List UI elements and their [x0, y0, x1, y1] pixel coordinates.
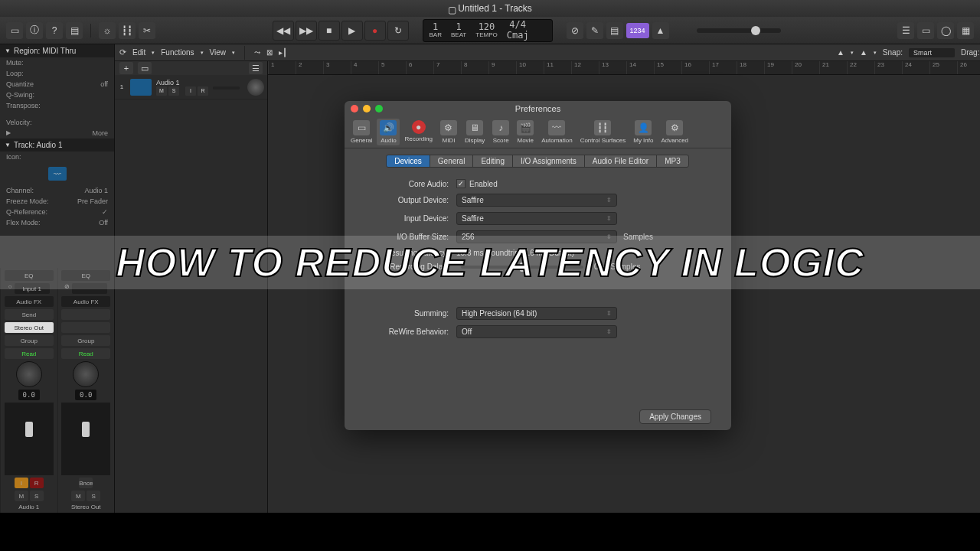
- tuner-icon[interactable]: ✎: [586, 22, 603, 39]
- snap-select[interactable]: Smart: [909, 48, 955, 57]
- notes-icon[interactable]: ▭: [917, 22, 934, 39]
- record-enable-button[interactable]: R: [198, 86, 208, 96]
- track-icon[interactable]: 〰: [48, 167, 67, 181]
- group-slot[interactable]: Group: [5, 335, 54, 346]
- library-icon[interactable]: ▭: [6, 22, 23, 39]
- region-inspector-header[interactable]: ▼Region: MIDI Thru: [0, 44, 114, 57]
- group-slot[interactable]: Group: [61, 335, 110, 346]
- prefs-icon-general[interactable]: ▭General: [348, 119, 375, 145]
- prefs-icon-my-info[interactable]: 👤My Info: [630, 119, 656, 145]
- core-audio-checkbox[interactable]: ✓: [456, 179, 466, 188]
- inspector-icon[interactable]: ⓘ: [26, 22, 43, 39]
- settings-icon[interactable]: ☼: [99, 22, 116, 39]
- cycle-button[interactable]: ↻: [387, 21, 409, 41]
- prefs-icon-advanced[interactable]: ⚙Advanced: [658, 119, 691, 145]
- flex-icon[interactable]: ⊠: [266, 48, 273, 57]
- db-display[interactable]: 0.0: [18, 390, 40, 400]
- audiofx-slot[interactable]: Audio FX: [5, 296, 54, 307]
- track-pan-knob[interactable]: [247, 79, 264, 96]
- loops-icon[interactable]: ◯: [937, 22, 954, 39]
- mute-button[interactable]: M: [15, 491, 28, 501]
- prefs-icon-audio[interactable]: 🔊Audio: [377, 119, 400, 145]
- browser-icon[interactable]: ▦: [957, 22, 974, 39]
- lcd-display[interactable]: 1BAR 1BEAT 120TEMPO 4/4Cmaj: [423, 19, 553, 42]
- record-enable-button[interactable]: R: [30, 478, 44, 488]
- global-tracks-button[interactable]: ☰: [249, 62, 263, 74]
- ruler-tick: 16: [681, 61, 709, 74]
- summing-select[interactable]: High Precision (64 bit)⇳: [456, 307, 617, 320]
- toolbar-icon[interactable]: ▤: [66, 22, 83, 39]
- zoom-icon[interactable]: [375, 105, 383, 112]
- stop-button[interactable]: ■: [318, 21, 340, 41]
- catch-icon[interactable]: ▸┃: [279, 48, 287, 57]
- prefs-tab-i-o-assignments[interactable]: I/O Assignments: [512, 155, 585, 168]
- fader[interactable]: [61, 403, 110, 475]
- track-inspector-header[interactable]: ▼Track: Audio 1: [0, 139, 114, 152]
- pointer-tool-icon[interactable]: ▲: [837, 48, 844, 57]
- prefs-tab-mp-[interactable]: MP3: [656, 155, 689, 168]
- send-slot[interactable]: Send: [5, 309, 54, 320]
- prefs-icon-display[interactable]: 🖥Display: [462, 119, 488, 145]
- input-monitor-button[interactable]: I: [185, 86, 196, 96]
- input-monitor-button[interactable]: I: [15, 478, 28, 488]
- track-icon[interactable]: [130, 79, 152, 96]
- audiofx-slot[interactable]: Audio FX: [61, 296, 110, 307]
- pan-knob[interactable]: [73, 361, 99, 387]
- bounce-button[interactable]: Bnce: [79, 478, 93, 488]
- duplicate-track-button[interactable]: ▭: [138, 62, 152, 74]
- prefs-tab-general[interactable]: General: [430, 155, 474, 168]
- output-device-select[interactable]: Saffire⇳: [456, 194, 617, 207]
- automation-mode[interactable]: Read: [5, 348, 54, 359]
- pencil-tool-icon[interactable]: ▲: [860, 48, 867, 57]
- view-menu-icon[interactable]: ⟳: [119, 47, 126, 57]
- prefs-icon-midi[interactable]: ⚙MIDI: [437, 119, 460, 145]
- mixer-icon[interactable]: ┇┇: [119, 22, 136, 39]
- track-header[interactable]: 1 Audio 1 M S I R: [115, 75, 267, 99]
- solo-button[interactable]: S: [87, 491, 100, 501]
- record-button[interactable]: ●: [364, 21, 386, 41]
- db-display[interactable]: 0.0: [75, 390, 96, 400]
- mute-button[interactable]: M: [156, 86, 167, 96]
- prefs-icon-movie[interactable]: 🎬Movie: [514, 119, 537, 145]
- pan-knob[interactable]: [16, 361, 42, 387]
- solo-button[interactable]: S: [30, 491, 44, 501]
- scissors-icon[interactable]: ✂: [139, 22, 155, 39]
- list-editors-icon[interactable]: ☰: [897, 22, 914, 39]
- solo-button[interactable]: S: [168, 86, 179, 96]
- track-volume-slider[interactable]: [213, 86, 240, 90]
- view-menu[interactable]: View: [210, 48, 227, 57]
- prefs-icon-automation[interactable]: 〰Automation: [538, 119, 575, 145]
- apply-changes-button[interactable]: Apply Changes: [639, 409, 711, 424]
- rewind-button[interactable]: ◀◀: [273, 21, 294, 41]
- output-slot[interactable]: Stereo Out: [5, 322, 54, 333]
- solo-icon[interactable]: ▤: [606, 22, 623, 39]
- track-name[interactable]: Audio 1: [156, 79, 243, 86]
- master-volume-slider[interactable]: [697, 28, 781, 33]
- automation-icon[interactable]: ⤳: [254, 48, 260, 57]
- edit-menu[interactable]: Edit: [132, 48, 145, 57]
- metronome-icon[interactable]: ▲: [652, 22, 669, 39]
- mute-button[interactable]: M: [71, 491, 85, 501]
- prefs-icon-score[interactable]: ♪Score: [489, 119, 512, 145]
- prefs-icon-recording[interactable]: ●Recording: [401, 119, 435, 145]
- bar-ruler[interactable]: 1234567891011121314151617181920212223242…: [268, 61, 980, 75]
- help-icon[interactable]: ?: [46, 22, 63, 39]
- play-button[interactable]: ▶: [341, 21, 363, 41]
- automation-mode[interactable]: Read: [61, 348, 110, 359]
- input-device-select[interactable]: Saffire⇳: [456, 212, 617, 225]
- replace-icon[interactable]: ⊘: [567, 22, 583, 39]
- forward-button[interactable]: ▶▶: [296, 21, 317, 41]
- close-icon[interactable]: [351, 105, 358, 112]
- prefs-tab-audio-file-editor[interactable]: Audio File Editor: [584, 155, 657, 168]
- minimize-icon[interactable]: [363, 105, 371, 112]
- add-track-button[interactable]: +: [119, 62, 133, 74]
- prefs-tab-editing[interactable]: Editing: [472, 155, 513, 168]
- prefs-titlebar[interactable]: Preferences: [345, 101, 731, 116]
- more-toggle[interactable]: ▶ More: [0, 128, 114, 139]
- prefs-icon-control-surfaces[interactable]: ┇┇Control Surfaces: [577, 119, 629, 145]
- fader[interactable]: [5, 403, 54, 475]
- rewire-select[interactable]: Off⇳: [456, 325, 617, 338]
- prefs-tab-devices[interactable]: Devices: [386, 155, 430, 168]
- count-in-button[interactable]: 1234: [626, 23, 649, 38]
- functions-menu[interactable]: Functions: [161, 48, 194, 57]
